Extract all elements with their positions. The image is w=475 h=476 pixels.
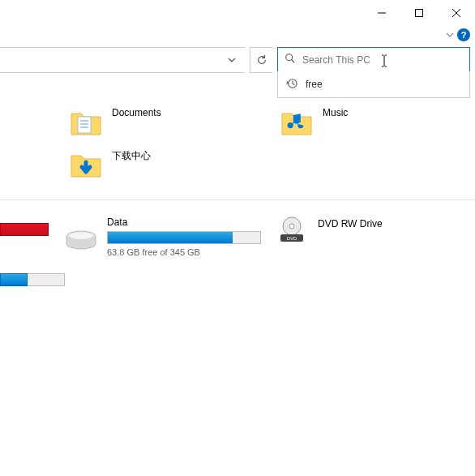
svg-point-12: [70, 233, 92, 239]
svg-line-5: [292, 60, 295, 63]
hard-drive-icon: [65, 228, 97, 252]
drive-dvd[interactable]: DVD DVD RW Drive: [276, 217, 383, 244]
drive-data[interactable]: Data 63.8 GB free of 345 GB: [65, 217, 276, 257]
folder-label: Music: [323, 105, 348, 118]
search-suggestions: free: [277, 71, 470, 98]
folder-label: 下载中心: [112, 148, 151, 163]
folder-label: Documents: [112, 105, 161, 118]
svg-point-14: [289, 224, 294, 229]
svg-rect-7: [78, 117, 91, 133]
music-folder-icon: [280, 105, 313, 138]
address-bar[interactable]: [0, 47, 245, 73]
navigation-row: [0, 47, 475, 73]
documents-folder-icon: [70, 105, 102, 138]
address-dropdown-icon[interactable]: [222, 49, 242, 71]
drive-name: DVD RW Drive: [318, 217, 383, 229]
drive-usage-bar: [28, 273, 65, 286]
minimize-button[interactable]: [363, 0, 400, 26]
drive-free-space: 63.8 GB free of 345 GB: [107, 247, 261, 257]
suggestion-text: free: [306, 79, 323, 90]
ribbon-collapse-row: ?: [0, 26, 475, 44]
folder-downloads[interactable]: 下载中心: [70, 148, 256, 180]
drive-name: Data: [107, 217, 261, 228]
search-icon: [285, 53, 296, 67]
content-area: Documents Music 下载中心 Data: [0, 73, 475, 286]
downloads-folder-icon: [70, 148, 102, 180]
svg-text:DVD: DVD: [287, 236, 297, 241]
drive-usage-fill: [0, 273, 28, 286]
window-controls: [0, 0, 475, 26]
svg-point-4: [286, 54, 293, 61]
refresh-button[interactable]: [250, 47, 272, 73]
maximize-button[interactable]: [400, 0, 438, 26]
search-box[interactable]: [277, 47, 470, 73]
folder-documents[interactable]: Documents: [70, 105, 256, 138]
drive-usage-fill: [108, 232, 233, 243]
chevron-down-icon[interactable]: [446, 28, 454, 42]
help-button[interactable]: ?: [457, 28, 470, 41]
close-button[interactable]: [438, 0, 475, 26]
drive-partial-left[interactable]: [0, 217, 65, 236]
drive-usage-bar-critical: [0, 223, 49, 236]
dvd-drive-icon: DVD: [276, 217, 308, 244]
text-cursor-icon: [380, 54, 388, 70]
svg-rect-1: [416, 10, 423, 17]
search-suggestion-item[interactable]: free: [278, 71, 469, 97]
drive-partial-left-2[interactable]: [0, 273, 65, 286]
history-icon: [286, 78, 297, 92]
folder-music[interactable]: Music: [280, 105, 467, 138]
drive-usage-bar: [107, 231, 261, 244]
